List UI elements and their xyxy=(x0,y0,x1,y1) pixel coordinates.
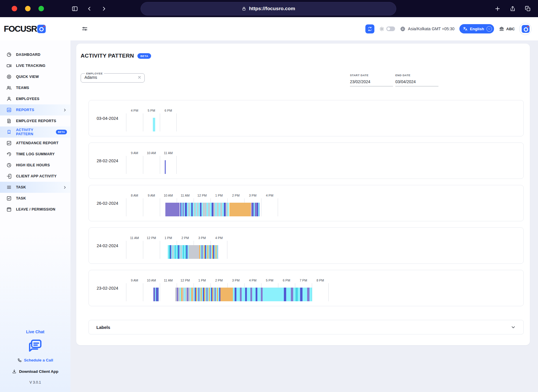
hour-tick-cell xyxy=(143,113,160,131)
sidebar-item-time-log-summary[interactable]: TIME LOG SUMMARY xyxy=(0,149,70,160)
hour-tick-cell xyxy=(126,156,143,174)
activity-segment xyxy=(180,203,187,216)
sidebar-item-quick-view[interactable]: QUICK VIEW xyxy=(0,71,70,82)
logo[interactable]: FOCUSR xyxy=(0,24,70,34)
sidebar-item-reports[interactable]: REPORTS xyxy=(0,104,70,115)
avatar[interactable] xyxy=(520,23,531,35)
chat-icon[interactable] xyxy=(27,338,43,354)
filters-row: EMPLOYEE START DATE END DATE xyxy=(76,72,530,86)
end-date-field: END DATE xyxy=(395,74,438,86)
hour-label: 4 PM xyxy=(244,279,261,282)
start-date-field: START DATE xyxy=(350,74,393,86)
activity-segment xyxy=(187,203,205,216)
refresh-button[interactable] xyxy=(365,24,374,33)
target-icon xyxy=(6,74,12,79)
timeline-track xyxy=(126,283,329,301)
sidebar-item-label: REPORTS xyxy=(16,108,34,112)
row-timeline: 11 AM12 PM1 PM2 PM3 PM4 PM xyxy=(126,228,227,263)
address-bar[interactable]: https://focusro.com xyxy=(141,2,396,15)
live-chat-link[interactable]: Live Chat xyxy=(26,329,44,334)
dark-mode-toggle[interactable] xyxy=(386,26,395,31)
row-date: 24-02-2024 xyxy=(89,228,126,263)
avatar-logo-icon xyxy=(522,25,530,33)
hour-tick-cell xyxy=(143,156,160,174)
timezone-display[interactable]: Asia/Kolkata GMT +05:30 xyxy=(400,26,454,32)
hour-label: 9 AM xyxy=(126,279,143,282)
sidebar-item-label: TIME LOG SUMMARY xyxy=(16,152,55,156)
sidebar-item-label: LEAVE / PERMISSION xyxy=(16,207,55,211)
organization-label: ABC xyxy=(506,27,515,31)
forward-button[interactable] xyxy=(101,6,107,12)
hour-label: 11 AM xyxy=(126,236,143,240)
sidebar-toggle-icon[interactable] xyxy=(72,6,78,12)
clock-icon xyxy=(6,163,12,168)
sidebar: DASHBOARDLIVE TRACKINGQUICK VIEWTEAMSEMP… xyxy=(0,40,70,392)
phone-icon xyxy=(17,358,22,362)
tabs-overview-button[interactable] xyxy=(525,6,531,12)
language-caret xyxy=(486,26,492,32)
activity-segment xyxy=(168,245,188,259)
employee-input[interactable] xyxy=(84,75,128,80)
sidebar-item-leave-permission[interactable]: LEAVE / PERMISSION xyxy=(0,204,70,215)
activity-segment xyxy=(282,288,312,301)
employee-filter[interactable]: EMPLOYEE xyxy=(81,72,145,83)
timeline-track xyxy=(126,113,177,131)
organization-selector[interactable]: ABC xyxy=(499,26,515,31)
globe-icon xyxy=(400,26,406,32)
hour-label: 9 AM xyxy=(126,151,143,155)
close-window-button[interactable] xyxy=(12,6,17,11)
sidebar-item-employee-reports[interactable]: EMPLOYEE REPORTS xyxy=(0,115,70,126)
line-chart-icon xyxy=(6,140,12,146)
hour-label: 8 PM xyxy=(312,279,329,282)
app-version: V 3.0.1 xyxy=(29,380,41,384)
labels-accordion[interactable]: Labels xyxy=(89,320,524,334)
sidebar-collapse-icon[interactable] xyxy=(82,26,88,32)
hour-label: 10 AM xyxy=(160,194,177,197)
clear-employee-icon[interactable] xyxy=(137,75,141,79)
end-date-input[interactable] xyxy=(395,79,448,84)
new-tab-button[interactable] xyxy=(494,6,501,12)
sidebar-item-activity-pattern[interactable]: ACTIVITY PATTERNBETA xyxy=(0,126,70,138)
sidebar-item-label: DASHBOARD xyxy=(16,53,40,57)
sidebar-item-teams[interactable]: TEAMS xyxy=(0,82,70,93)
sidebar-item-task[interactable]: TASK xyxy=(0,182,70,193)
sidebar-item-attendance-report[interactable]: ATTENDANCE REPORT xyxy=(0,138,70,149)
sidebar-item-task[interactable]: TASK xyxy=(0,193,70,204)
row-timeline: 8 AM9 AM10 AM11 AM12 PM1 PM2 PM3 PM4 PM xyxy=(126,185,278,221)
sidebar-item-client-app-activity[interactable]: CLIENT APP ACTIVITY xyxy=(0,171,70,182)
start-date-label: START DATE xyxy=(350,74,393,77)
start-date-input[interactable] xyxy=(350,79,403,84)
hour-label: 1 PM xyxy=(194,279,210,282)
hour-tick-cell xyxy=(261,198,278,216)
calendar-icon xyxy=(6,207,12,212)
schedule-call-link[interactable]: Schedule a Call xyxy=(17,358,53,362)
person-icon xyxy=(6,96,12,101)
hour-tick-cell xyxy=(312,283,329,301)
hour-label: 9 AM xyxy=(143,194,160,197)
sidebar-item-dashboard[interactable]: DASHBOARD xyxy=(0,49,70,60)
activity-segment xyxy=(205,203,229,216)
row-date: 23-02-2024 xyxy=(89,270,126,306)
hour-tick-cell xyxy=(126,241,143,259)
main-content: ACTIVITY PATTERN BETA EMPLOYEE START DAT… xyxy=(70,40,538,392)
hour-label: 2 PM xyxy=(227,194,244,197)
hour-label: 11 AM xyxy=(160,151,177,155)
activity-row: 23-02-20249 AM10 AM11 AM12 PM1 PM2 PM3 P… xyxy=(89,270,524,306)
minimize-window-button[interactable] xyxy=(25,6,31,11)
download-app-label: Download Client App xyxy=(19,369,58,374)
maximize-window-button[interactable] xyxy=(38,6,44,11)
sidebar-item-live-tracking[interactable]: LIVE TRACKING xyxy=(0,60,70,71)
activity-segment xyxy=(194,288,221,301)
hour-label: 7 PM xyxy=(295,279,312,282)
sidebar-item-employees[interactable]: EMPLOYEES xyxy=(0,93,70,104)
sidebar-item-high-idle-hours[interactable]: HIGH IDLE HOURS xyxy=(0,160,70,171)
end-date-label: END DATE xyxy=(395,74,438,77)
download-client-app-link[interactable]: Download Client App xyxy=(12,369,58,374)
back-button[interactable] xyxy=(86,6,93,12)
hour-label: 10 AM xyxy=(143,151,160,155)
checkbox-icon xyxy=(6,196,12,201)
activity-row: 26-02-20248 AM9 AM10 AM11 AM12 PM1 PM2 P… xyxy=(89,185,524,221)
chevron-right-icon xyxy=(63,108,67,112)
share-button[interactable] xyxy=(509,6,516,12)
language-selector[interactable]: English xyxy=(459,24,494,33)
